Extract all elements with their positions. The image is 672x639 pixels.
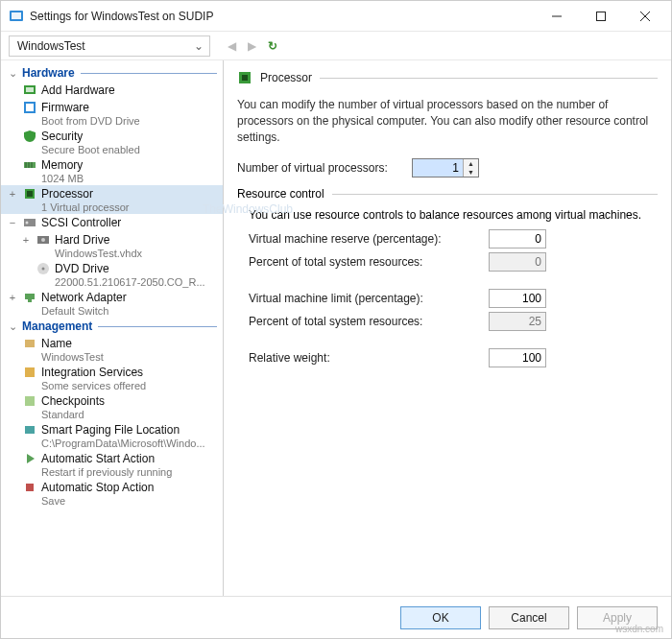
svg-rect-23 (28, 299, 32, 302)
minimize-button[interactable] (535, 2, 579, 31)
nav-back-icon[interactable]: ◀ (228, 39, 236, 53)
svg-rect-1 (12, 12, 21, 19)
reserve-pct-value (489, 252, 546, 272)
close-button[interactable] (623, 2, 667, 31)
cancel-button[interactable]: Cancel (489, 606, 569, 629)
vm-limit-input[interactable] (489, 289, 546, 308)
sidebar-item-network[interactable]: + Network Adapter Default Switch (1, 289, 223, 318)
svg-rect-27 (25, 426, 35, 434)
auto-stop-icon (22, 480, 37, 495)
auto-start-icon (22, 451, 37, 466)
expand-icon: + (7, 292, 18, 303)
sidebar-item-auto-stop[interactable]: Automatic Stop Action Save (1, 479, 223, 508)
sidebar-item-processor[interactable]: + Processor 1 Virtual processor (1, 185, 223, 214)
sidebar-item-add-hardware[interactable]: Add Hardware (1, 82, 223, 99)
svg-rect-25 (25, 367, 35, 377)
vm-limit-label: Virtual machine limit (percentage): (249, 292, 489, 305)
collapse-icon: ⌄ (7, 67, 18, 80)
weight-input[interactable] (489, 348, 546, 367)
sidebar-item-auto-start[interactable]: Automatic Start Action Restart if previo… (1, 450, 223, 479)
sidebar: ⌄ Hardware Add Hardware Firmware Boot fr… (1, 60, 224, 596)
hardware-section-header[interactable]: ⌄ Hardware (1, 64, 223, 82)
vm-reserve-label: Virtual machine reserve (percentage): (249, 232, 489, 246)
resource-control-title: Resource control (237, 187, 324, 201)
limit-pct-label: Percent of total system resources: (249, 315, 489, 328)
ok-button[interactable]: OK (400, 606, 481, 629)
limit-pct-value (489, 312, 546, 331)
svg-rect-26 (25, 396, 35, 406)
svg-rect-3 (597, 12, 606, 20)
svg-rect-7 (26, 87, 34, 92)
sidebar-item-checkpoints[interactable]: Checkpoints Standard (1, 392, 223, 421)
hard-drive-icon (36, 232, 51, 248)
svg-point-17 (26, 222, 29, 225)
network-icon (22, 290, 37, 305)
svg-rect-29 (26, 484, 34, 491)
spin-down-icon[interactable]: ▼ (464, 168, 478, 177)
sidebar-item-integration[interactable]: Integration Services Some services offer… (1, 364, 223, 392)
expand-icon: + (20, 234, 32, 246)
add-hardware-icon (22, 83, 37, 98)
footer: OK Cancel Apply (1, 596, 671, 638)
processor-icon (22, 186, 37, 201)
vm-reserve-input[interactable] (489, 229, 546, 248)
maximize-button[interactable] (579, 2, 623, 31)
vm-selector-label: WindowsTest (17, 39, 85, 53)
svg-rect-22 (25, 294, 35, 299)
watermark-site: wsxdn.com (615, 624, 663, 634)
refresh-icon[interactable]: ↻ (268, 39, 277, 53)
collapse-icon: − (7, 217, 18, 228)
sidebar-item-dvd-drive[interactable]: DVD Drive 22000.51.210617-2050.CO_R... (1, 260, 223, 289)
resource-control-desc: You can use resource controls to balance… (249, 208, 658, 222)
sidebar-item-hard-drive[interactable]: + Hard Drive WindowsTest.vhdx (1, 231, 223, 260)
content-panel: Processor You can modify the number of v… (224, 60, 671, 596)
svg-rect-31 (242, 75, 248, 81)
num-processors-input[interactable] (413, 159, 463, 177)
checkpoints-icon (22, 393, 37, 409)
sidebar-item-firmware[interactable]: Firmware Boot from DVD Drive (1, 99, 223, 128)
num-processors-label: Number of virtual processors: (237, 161, 400, 175)
reserve-pct-label: Percent of total system resources: (249, 255, 489, 269)
toolbar: WindowsTest ⌄ ◀ ▶ ↻ (1, 32, 671, 60)
sidebar-item-name[interactable]: Name WindowsTest (1, 335, 223, 364)
integration-icon (22, 365, 37, 380)
panel-title: Processor (260, 71, 312, 84)
sidebar-item-memory[interactable]: Memory 1024 MB (1, 156, 223, 185)
sidebar-item-paging[interactable]: Smart Paging File Location C:\ProgramDat… (1, 421, 223, 450)
svg-point-21 (42, 268, 45, 271)
settings-window: Settings for WindowsTest on SUDIP Window… (0, 0, 672, 639)
panel-description: You can modify the number of virtual pro… (237, 97, 658, 145)
app-icon (9, 9, 24, 24)
sidebar-item-scsi[interactable]: − SCSI Controller (1, 214, 223, 231)
paging-icon (22, 422, 37, 438)
svg-rect-9 (26, 104, 34, 111)
svg-point-19 (41, 238, 45, 242)
firmware-icon (22, 100, 37, 115)
controller-icon (22, 215, 37, 230)
shield-icon (22, 129, 37, 144)
management-section-header[interactable]: ⌄ Management (1, 318, 223, 335)
dvd-icon (36, 261, 51, 276)
memory-icon (22, 157, 37, 173)
svg-rect-24 (25, 340, 35, 347)
chevron-down-icon: ⌄ (194, 39, 204, 53)
expand-icon: + (7, 188, 18, 200)
sidebar-item-security[interactable]: Security Secure Boot enabled (1, 128, 223, 156)
nav-forward-icon[interactable]: ▶ (248, 39, 256, 53)
window-title: Settings for WindowsTest on SUDIP (30, 10, 535, 23)
svg-marker-28 (27, 454, 35, 463)
vm-selector[interactable]: WindowsTest ⌄ (9, 36, 210, 57)
name-icon (22, 336, 37, 351)
processor-icon (237, 70, 252, 85)
titlebar: Settings for WindowsTest on SUDIP (1, 1, 671, 32)
spin-up-icon[interactable]: ▲ (464, 159, 478, 168)
num-processors-spinner[interactable]: ▲▼ (412, 158, 479, 178)
weight-label: Relative weight: (249, 351, 489, 365)
svg-rect-15 (27, 191, 33, 197)
collapse-icon: ⌄ (7, 320, 18, 333)
